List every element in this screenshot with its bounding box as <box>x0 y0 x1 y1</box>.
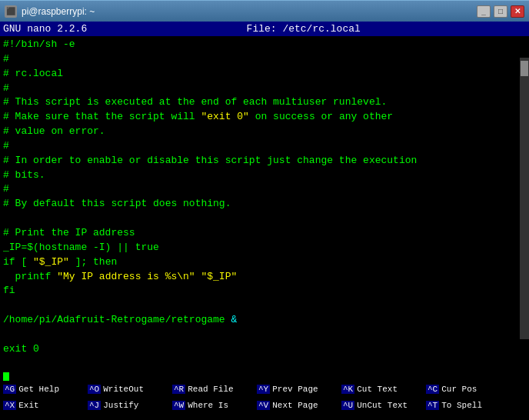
titlebar-title: pi@raspberrypi: ~ <box>22 6 95 17</box>
key-justify: ^J <box>88 401 101 410</box>
key-exit: ^X <box>3 401 16 410</box>
titlebar-left: ⬛ pi@raspberrypi: ~ <box>5 5 95 18</box>
scrollbar[interactable] <box>520 58 529 339</box>
label-next-page: Next Page <box>272 401 318 410</box>
line-23 <box>3 357 526 372</box>
key-read-file: ^R <box>172 385 185 394</box>
key-get-help: ^G <box>3 385 16 394</box>
minimize-button[interactable]: _ <box>477 5 491 18</box>
line-22: exit 0 <box>3 342 526 357</box>
line-10: # bits. <box>3 168 526 183</box>
nano-header: GNU nano 2.2.6 File: /etc/rc.local <box>0 22 529 36</box>
key-cut-text: ^K <box>341 385 354 394</box>
label-prev-page: Prev Page <box>272 385 318 394</box>
line-8: # <box>3 139 526 154</box>
line-9: # In order to enable or disable this scr… <box>3 154 526 168</box>
line-2: # <box>3 52 526 67</box>
label-exit: Exit <box>18 401 38 410</box>
line-16: if [ "$_IP" ]; then <box>3 255 526 270</box>
label-to-spell: To Spell <box>441 401 482 410</box>
nano-header-right <box>520 23 526 35</box>
nano-filename: File: /etc/rc.local <box>247 23 361 35</box>
line-21 <box>3 328 526 342</box>
nano-version: GNU nano 2.2.6 <box>3 23 87 35</box>
shortcut-prev-page[interactable]: ^Y Prev Page <box>254 385 338 394</box>
line-1: #!/bin/sh -e <box>3 38 526 52</box>
line-4: # <box>3 82 526 96</box>
shortcut-where-is[interactable]: ^W Where Is <box>169 401 254 410</box>
line-12: # By default this script does nothing. <box>3 197 526 212</box>
label-get-help: Get Help <box>18 385 59 394</box>
line-19 <box>3 298 526 313</box>
key-cur-pos: ^C <box>426 385 439 394</box>
shortcut-next-page[interactable]: ^V Next Page <box>254 401 338 410</box>
key-where-is: ^W <box>172 401 185 410</box>
shortcut-cut-text[interactable]: ^K Cut Text <box>338 385 423 394</box>
label-writeout: WriteOut <box>103 385 144 394</box>
label-where-is: Where Is <box>188 401 228 410</box>
key-next-page: ^V <box>257 401 270 410</box>
footer-row-2: ^X Exit ^J Justify ^W Where Is ^V Next P… <box>0 397 529 413</box>
cursor <box>3 372 9 381</box>
terminal-icon: ⬛ <box>5 5 17 18</box>
line-5: # This script is executed at the end of … <box>3 95 526 110</box>
shortcut-justify[interactable]: ^J Justify <box>85 401 169 410</box>
line-7: # value on error. <box>3 125 526 139</box>
shortcut-to-spell[interactable]: ^T To Spell <box>423 401 507 410</box>
shortcut-exit[interactable]: ^X Exit <box>0 401 85 410</box>
footer: ^G Get Help ^O WriteOut ^R Read File ^Y … <box>0 381 529 413</box>
shortcut-get-help[interactable]: ^G Get Help <box>0 385 85 394</box>
shortcut-uncut-text[interactable]: ^U UnCut Text <box>338 401 423 410</box>
line-6: # Make sure that the script will "exit 0… <box>3 110 526 125</box>
scrollbar-thumb[interactable] <box>521 61 528 76</box>
line-20: /home/pi/Adafruit-Retrogame/retrogame & <box>3 313 526 328</box>
line-15: _IP=$(hostname -I) || true <box>3 241 526 255</box>
line-3: # rc.local <box>3 67 526 82</box>
key-to-spell: ^T <box>426 401 439 410</box>
line-24 <box>3 371 526 381</box>
key-prev-page: ^Y <box>257 385 270 394</box>
label-read-file: Read File <box>188 385 233 394</box>
label-justify: Justify <box>103 401 138 410</box>
titlebar-controls: _ □ ✕ <box>477 5 524 18</box>
footer-row-1: ^G Get Help ^O WriteOut ^R Read File ^Y … <box>0 381 529 397</box>
label-cut-text: Cut Text <box>357 385 398 394</box>
titlebar: ⬛ pi@raspberrypi: ~ _ □ ✕ <box>0 0 529 22</box>
line-18: fi <box>3 284 526 298</box>
shortcut-read-file[interactable]: ^R Read File <box>169 385 254 394</box>
shortcut-cur-pos[interactable]: ^C Cur Pos <box>423 385 507 394</box>
key-uncut-text: ^U <box>341 401 354 410</box>
maximize-button[interactable]: □ <box>494 5 507 18</box>
key-writeout: ^O <box>88 385 101 394</box>
line-14: # Print the IP address <box>3 226 526 241</box>
line-17: printf "My IP address is %s\n" "$_IP" <box>3 270 526 285</box>
label-cur-pos: Cur Pos <box>441 385 477 394</box>
line-13 <box>3 212 526 226</box>
line-11: # <box>3 182 526 197</box>
editor-area[interactable]: #!/bin/sh -e # # rc.local # # This scrip… <box>0 36 529 381</box>
close-button[interactable]: ✕ <box>511 5 524 18</box>
label-uncut-text: UnCut Text <box>357 401 408 410</box>
shortcut-writeout[interactable]: ^O WriteOut <box>85 385 169 394</box>
